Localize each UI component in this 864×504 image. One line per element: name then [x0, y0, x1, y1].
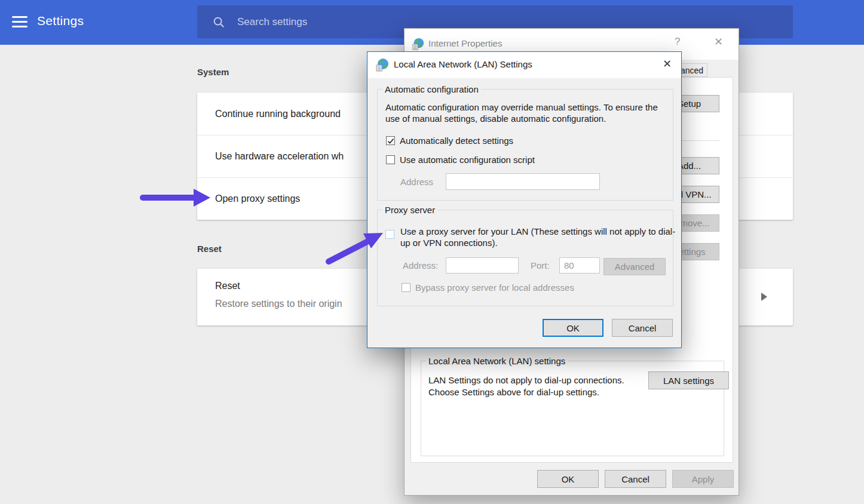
internet-options-icon — [412, 38, 425, 51]
proxy-port-input: 80 — [559, 257, 600, 273]
reset-row-title: Reset — [215, 281, 240, 291]
search-icon — [212, 16, 225, 29]
cancel-button[interactable]: Cancel — [612, 319, 673, 337]
config-address-input — [446, 173, 600, 190]
cancel-button[interactable]: Cancel — [605, 470, 666, 488]
checkmark-icon — [387, 137, 395, 145]
advanced-button: Advanced — [603, 258, 666, 275]
close-icon[interactable]: ✕ — [663, 57, 672, 70]
proxy-port-label: Port: — [531, 260, 550, 271]
close-icon[interactable]: ✕ — [714, 35, 723, 48]
proxy-server-group: Proxy server Use a proxy server for your… — [377, 210, 673, 306]
proxy-address-label: Address: — [403, 260, 438, 271]
lan-settings-group-title: Local Area Network (LAN) settings — [426, 356, 568, 366]
checkbox-label: Bypass proxy server for local addresses — [415, 282, 574, 293]
ok-button[interactable]: OK — [537, 470, 599, 488]
checkbox-use-proxy-server[interactable] — [385, 230, 394, 239]
reset-row-subtitle: Restore settings to their origin — [215, 299, 342, 309]
automatic-configuration-description: Automatic configuration may override man… — [385, 102, 673, 124]
page-title: Settings — [37, 14, 84, 28]
checkbox-automatically-detect[interactable] — [386, 136, 395, 145]
dialog-title: Internet Properties — [428, 38, 502, 48]
menu-icon[interactable] — [12, 16, 27, 28]
lan-settings-description: LAN Settings do not apply to dial-up con… — [428, 374, 635, 398]
group-title: Automatic configuration — [382, 84, 481, 94]
checkbox-bypass-proxy — [402, 283, 410, 292]
ok-button[interactable]: OK — [543, 319, 603, 337]
checkbox-label[interactable]: Use automatic configuration script — [400, 155, 535, 165]
reset-section-title: Reset — [197, 244, 222, 254]
address-label: Address — [400, 177, 433, 187]
help-icon[interactable]: ? — [675, 36, 680, 48]
system-section-title: System — [197, 67, 229, 77]
checkbox-use-config-script[interactable] — [386, 155, 395, 164]
lan-settings-group: Local Area Network (LAN) settings LAN Se… — [421, 361, 724, 456]
automatic-configuration-group: Automatic configuration Automatic config… — [377, 89, 673, 201]
lan-dialog-titlebar[interactable]: Local Area Network (LAN) Settings ✕ — [367, 52, 681, 78]
apply-button: Apply — [672, 470, 734, 488]
setting-label: Open proxy settings — [215, 193, 300, 204]
setting-label: Continue running background — [215, 109, 341, 119]
checkbox-label[interactable]: Use a proxy server for your LAN (These s… — [400, 226, 676, 248]
group-title: Proxy server — [382, 205, 437, 215]
chevron-right-icon[interactable] — [761, 293, 767, 301]
proxy-address-input — [446, 257, 519, 273]
setting-label: Use hardware acceleration wh — [215, 151, 344, 162]
search-placeholder: Search settings — [237, 16, 307, 28]
internet-options-icon — [375, 58, 390, 72]
lan-settings-dialog: Local Area Network (LAN) Settings ✕ Auto… — [367, 51, 682, 348]
lan-settings-button[interactable]: LAN settings — [648, 371, 729, 389]
checkbox-label[interactable]: Automatically detect settings — [400, 136, 513, 146]
dialog-title: Local Area Network (LAN) Settings — [394, 59, 532, 69]
